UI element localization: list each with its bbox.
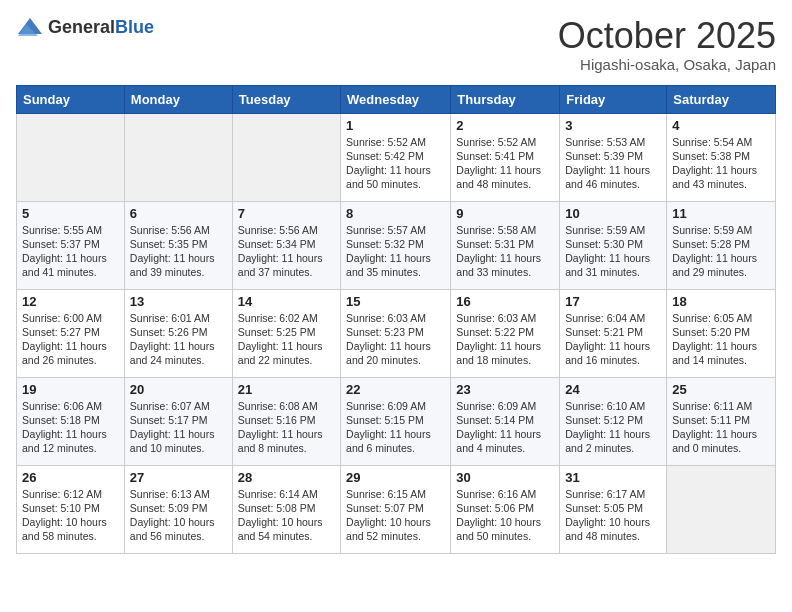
- day-info: Sunrise: 5:56 AMSunset: 5:34 PMDaylight:…: [238, 223, 335, 280]
- day-number: 30: [456, 470, 554, 485]
- day-info: Sunrise: 6:11 AMSunset: 5:11 PMDaylight:…: [672, 399, 770, 456]
- logo-general: General: [48, 17, 115, 37]
- day-info: Sunrise: 5:52 AMSunset: 5:42 PMDaylight:…: [346, 135, 445, 192]
- day-number: 4: [672, 118, 770, 133]
- day-number: 19: [22, 382, 119, 397]
- calendar-cell: 6Sunrise: 5:56 AMSunset: 5:35 PMDaylight…: [124, 201, 232, 289]
- weekday-header-friday: Friday: [560, 85, 667, 113]
- day-info: Sunrise: 6:09 AMSunset: 5:14 PMDaylight:…: [456, 399, 554, 456]
- day-info: Sunrise: 5:53 AMSunset: 5:39 PMDaylight:…: [565, 135, 661, 192]
- week-row-3: 12Sunrise: 6:00 AMSunset: 5:27 PMDayligh…: [17, 289, 776, 377]
- calendar-cell: 25Sunrise: 6:11 AMSunset: 5:11 PMDayligh…: [667, 377, 776, 465]
- calendar-cell: 2Sunrise: 5:52 AMSunset: 5:41 PMDaylight…: [451, 113, 560, 201]
- week-row-5: 26Sunrise: 6:12 AMSunset: 5:10 PMDayligh…: [17, 465, 776, 553]
- day-number: 2: [456, 118, 554, 133]
- calendar-cell: 10Sunrise: 5:59 AMSunset: 5:30 PMDayligh…: [560, 201, 667, 289]
- day-info: Sunrise: 6:07 AMSunset: 5:17 PMDaylight:…: [130, 399, 227, 456]
- calendar-cell: [17, 113, 125, 201]
- day-info: Sunrise: 5:58 AMSunset: 5:31 PMDaylight:…: [456, 223, 554, 280]
- day-number: 7: [238, 206, 335, 221]
- day-info: Sunrise: 6:16 AMSunset: 5:06 PMDaylight:…: [456, 487, 554, 544]
- calendar-cell: 5Sunrise: 5:55 AMSunset: 5:37 PMDaylight…: [17, 201, 125, 289]
- weekday-header-monday: Monday: [124, 85, 232, 113]
- calendar-cell: 31Sunrise: 6:17 AMSunset: 5:05 PMDayligh…: [560, 465, 667, 553]
- calendar-cell: 15Sunrise: 6:03 AMSunset: 5:23 PMDayligh…: [341, 289, 451, 377]
- day-number: 14: [238, 294, 335, 309]
- day-info: Sunrise: 6:00 AMSunset: 5:27 PMDaylight:…: [22, 311, 119, 368]
- calendar-cell: 8Sunrise: 5:57 AMSunset: 5:32 PMDaylight…: [341, 201, 451, 289]
- weekday-header-saturday: Saturday: [667, 85, 776, 113]
- day-number: 15: [346, 294, 445, 309]
- day-number: 5: [22, 206, 119, 221]
- calendar-cell: [124, 113, 232, 201]
- day-number: 12: [22, 294, 119, 309]
- day-info: Sunrise: 6:02 AMSunset: 5:25 PMDaylight:…: [238, 311, 335, 368]
- day-info: Sunrise: 6:06 AMSunset: 5:18 PMDaylight:…: [22, 399, 119, 456]
- calendar-cell: 20Sunrise: 6:07 AMSunset: 5:17 PMDayligh…: [124, 377, 232, 465]
- calendar-cell: 16Sunrise: 6:03 AMSunset: 5:22 PMDayligh…: [451, 289, 560, 377]
- day-number: 31: [565, 470, 661, 485]
- calendar-cell: 19Sunrise: 6:06 AMSunset: 5:18 PMDayligh…: [17, 377, 125, 465]
- day-info: Sunrise: 5:56 AMSunset: 5:35 PMDaylight:…: [130, 223, 227, 280]
- day-info: Sunrise: 6:04 AMSunset: 5:21 PMDaylight:…: [565, 311, 661, 368]
- day-number: 11: [672, 206, 770, 221]
- weekday-header-thursday: Thursday: [451, 85, 560, 113]
- calendar-cell: 1Sunrise: 5:52 AMSunset: 5:42 PMDaylight…: [341, 113, 451, 201]
- week-row-2: 5Sunrise: 5:55 AMSunset: 5:37 PMDaylight…: [17, 201, 776, 289]
- month-title: October 2025: [558, 16, 776, 56]
- day-number: 3: [565, 118, 661, 133]
- day-info: Sunrise: 6:17 AMSunset: 5:05 PMDaylight:…: [565, 487, 661, 544]
- day-info: Sunrise: 5:59 AMSunset: 5:28 PMDaylight:…: [672, 223, 770, 280]
- day-number: 1: [346, 118, 445, 133]
- calendar-cell: 3Sunrise: 5:53 AMSunset: 5:39 PMDaylight…: [560, 113, 667, 201]
- calendar-cell: 9Sunrise: 5:58 AMSunset: 5:31 PMDaylight…: [451, 201, 560, 289]
- week-row-1: 1Sunrise: 5:52 AMSunset: 5:42 PMDaylight…: [17, 113, 776, 201]
- day-number: 22: [346, 382, 445, 397]
- day-number: 16: [456, 294, 554, 309]
- day-number: 23: [456, 382, 554, 397]
- location-title: Higashi-osaka, Osaka, Japan: [558, 56, 776, 73]
- day-number: 9: [456, 206, 554, 221]
- day-info: Sunrise: 6:13 AMSunset: 5:09 PMDaylight:…: [130, 487, 227, 544]
- logo-blue: Blue: [115, 17, 154, 37]
- title-block: October 2025 Higashi-osaka, Osaka, Japan: [558, 16, 776, 73]
- day-info: Sunrise: 6:14 AMSunset: 5:08 PMDaylight:…: [238, 487, 335, 544]
- day-info: Sunrise: 5:57 AMSunset: 5:32 PMDaylight:…: [346, 223, 445, 280]
- calendar-cell: 14Sunrise: 6:02 AMSunset: 5:25 PMDayligh…: [232, 289, 340, 377]
- weekday-header-row: SundayMondayTuesdayWednesdayThursdayFrid…: [17, 85, 776, 113]
- day-info: Sunrise: 6:03 AMSunset: 5:22 PMDaylight:…: [456, 311, 554, 368]
- calendar-cell: 24Sunrise: 6:10 AMSunset: 5:12 PMDayligh…: [560, 377, 667, 465]
- calendar-cell: 11Sunrise: 5:59 AMSunset: 5:28 PMDayligh…: [667, 201, 776, 289]
- day-info: Sunrise: 6:09 AMSunset: 5:15 PMDaylight:…: [346, 399, 445, 456]
- weekday-header-wednesday: Wednesday: [341, 85, 451, 113]
- day-number: 25: [672, 382, 770, 397]
- day-info: Sunrise: 6:01 AMSunset: 5:26 PMDaylight:…: [130, 311, 227, 368]
- day-number: 10: [565, 206, 661, 221]
- day-number: 26: [22, 470, 119, 485]
- day-number: 21: [238, 382, 335, 397]
- day-number: 18: [672, 294, 770, 309]
- calendar-cell: 13Sunrise: 6:01 AMSunset: 5:26 PMDayligh…: [124, 289, 232, 377]
- calendar-cell: 4Sunrise: 5:54 AMSunset: 5:38 PMDaylight…: [667, 113, 776, 201]
- calendar-cell: 7Sunrise: 5:56 AMSunset: 5:34 PMDaylight…: [232, 201, 340, 289]
- calendar-cell: 27Sunrise: 6:13 AMSunset: 5:09 PMDayligh…: [124, 465, 232, 553]
- weekday-header-tuesday: Tuesday: [232, 85, 340, 113]
- day-info: Sunrise: 5:55 AMSunset: 5:37 PMDaylight:…: [22, 223, 119, 280]
- calendar-cell: 22Sunrise: 6:09 AMSunset: 5:15 PMDayligh…: [341, 377, 451, 465]
- logo-text: GeneralBlue: [48, 17, 154, 38]
- day-info: Sunrise: 6:12 AMSunset: 5:10 PMDaylight:…: [22, 487, 119, 544]
- day-number: 29: [346, 470, 445, 485]
- day-number: 24: [565, 382, 661, 397]
- day-number: 27: [130, 470, 227, 485]
- calendar-cell: 12Sunrise: 6:00 AMSunset: 5:27 PMDayligh…: [17, 289, 125, 377]
- day-info: Sunrise: 5:54 AMSunset: 5:38 PMDaylight:…: [672, 135, 770, 192]
- day-number: 28: [238, 470, 335, 485]
- day-info: Sunrise: 5:52 AMSunset: 5:41 PMDaylight:…: [456, 135, 554, 192]
- calendar-cell: 21Sunrise: 6:08 AMSunset: 5:16 PMDayligh…: [232, 377, 340, 465]
- day-number: 13: [130, 294, 227, 309]
- day-number: 8: [346, 206, 445, 221]
- day-number: 20: [130, 382, 227, 397]
- week-row-4: 19Sunrise: 6:06 AMSunset: 5:18 PMDayligh…: [17, 377, 776, 465]
- logo-icon: [16, 16, 44, 38]
- calendar-cell: 17Sunrise: 6:04 AMSunset: 5:21 PMDayligh…: [560, 289, 667, 377]
